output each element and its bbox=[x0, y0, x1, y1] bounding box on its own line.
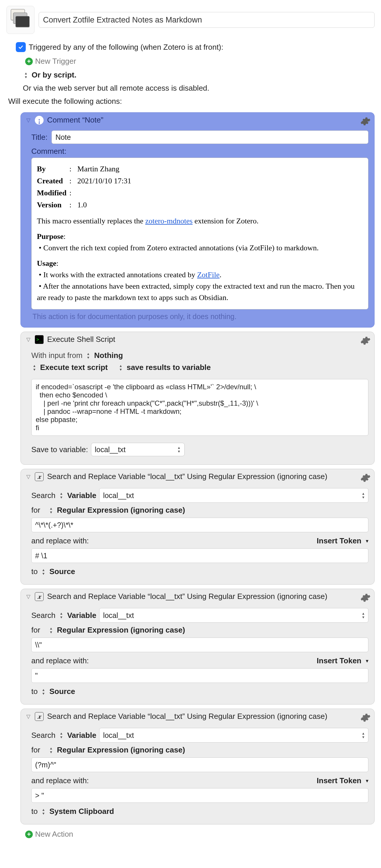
macro-group-icon bbox=[6, 6, 34, 34]
comment-icon: ¡ bbox=[35, 116, 43, 125]
add-trigger-button[interactable]: + New Trigger bbox=[6, 57, 375, 66]
gear-icon[interactable] bbox=[360, 592, 371, 605]
replace-pattern-input[interactable] bbox=[31, 788, 369, 803]
actions-heading: Will execute the following actions: bbox=[6, 95, 375, 108]
updown-chevron-icon[interactable] bbox=[118, 364, 124, 371]
disclosure-icon[interactable]: ▽ bbox=[26, 713, 31, 720]
disclosure-icon[interactable]: ▽ bbox=[26, 117, 31, 123]
replace-with-label: and replace with: bbox=[31, 776, 89, 785]
action-title: Execute Shell Script bbox=[47, 335, 115, 344]
replace-with-label: and replace with: bbox=[31, 536, 89, 546]
zotfile-link[interactable]: ZotFile bbox=[197, 271, 220, 279]
updown-chevron-icon[interactable] bbox=[41, 568, 47, 576]
action-search-replace[interactable]: ▽ 𝑥 Search and Replace Variable “local__… bbox=[21, 709, 375, 825]
action-search-replace[interactable]: ▽ 𝑥 Search and Replace Variable “local__… bbox=[21, 469, 375, 585]
add-action-button[interactable]: + New Action bbox=[21, 830, 375, 839]
plus-icon: + bbox=[25, 58, 33, 65]
updown-chevron-icon bbox=[176, 446, 182, 453]
gear-icon[interactable] bbox=[360, 116, 371, 129]
updown-chevron-icon[interactable] bbox=[58, 732, 64, 739]
replace-pattern-input[interactable] bbox=[31, 668, 369, 683]
with-input-label: With input from bbox=[31, 351, 83, 360]
gear-icon[interactable] bbox=[360, 473, 371, 485]
updown-chevron-icon[interactable] bbox=[360, 612, 366, 619]
variable-select[interactable]: local__txt bbox=[91, 443, 185, 456]
gear-icon[interactable] bbox=[360, 336, 371, 348]
variable-icon: 𝑥 bbox=[35, 472, 43, 481]
new-trigger-label: New Trigger bbox=[35, 57, 76, 66]
to-label: to bbox=[31, 687, 38, 696]
destination[interactable]: Source bbox=[50, 567, 75, 576]
terminal-icon: >_ bbox=[35, 335, 43, 344]
shell-option-exec[interactable]: Execute text script bbox=[40, 363, 108, 372]
updown-chevron-icon[interactable] bbox=[58, 492, 64, 499]
search-type[interactable]: Variable bbox=[67, 491, 96, 500]
search-label: Search bbox=[31, 611, 55, 620]
updown-chevron-icon[interactable] bbox=[58, 612, 64, 619]
action-shell-script[interactable]: ▽ >_ Execute Shell Script With input fro… bbox=[21, 332, 375, 465]
regex-type[interactable]: Regular Expression (ignoring case) bbox=[57, 745, 185, 754]
regex-type[interactable]: Regular Expression (ignoring case) bbox=[57, 625, 185, 634]
search-pattern-input[interactable] bbox=[31, 518, 369, 532]
updown-chevron-icon[interactable] bbox=[360, 732, 366, 739]
trigger-heading: Triggered by any of the following (when … bbox=[29, 43, 223, 52]
action-search-replace[interactable]: ▽ 𝑥 Search and Replace Variable “local__… bbox=[21, 589, 375, 705]
for-label: for bbox=[31, 745, 40, 754]
variable-name-input[interactable] bbox=[99, 728, 369, 743]
updown-chevron-icon[interactable] bbox=[41, 688, 47, 695]
updown-chevron-icon[interactable] bbox=[41, 808, 47, 815]
to-label: to bbox=[31, 567, 38, 576]
with-input-value[interactable]: Nothing bbox=[94, 351, 123, 360]
action-title: Comment “Note” bbox=[47, 116, 103, 125]
regex-type[interactable]: Regular Expression (ignoring case) bbox=[57, 506, 185, 515]
insert-token-button[interactable]: Insert Token ▾ bbox=[317, 776, 369, 785]
to-label: to bbox=[31, 807, 38, 816]
search-label: Search bbox=[31, 491, 55, 500]
updown-chevron-icon[interactable] bbox=[23, 71, 29, 79]
title-label: Title: bbox=[31, 133, 48, 142]
comment-title-input[interactable] bbox=[52, 130, 369, 144]
disclosure-icon[interactable]: ▽ bbox=[26, 473, 31, 480]
variable-name-input[interactable] bbox=[99, 608, 369, 623]
replace-with-label: and replace with: bbox=[31, 656, 89, 665]
plus-icon: + bbox=[25, 831, 33, 838]
updown-chevron-icon[interactable] bbox=[48, 506, 54, 514]
search-label: Search bbox=[31, 731, 55, 740]
updown-chevron-icon[interactable] bbox=[85, 352, 91, 360]
save-to-variable-label: Save to variable: bbox=[31, 445, 88, 454]
gear-icon[interactable] bbox=[360, 712, 371, 725]
action-title: Search and Replace Variable “local__txt”… bbox=[47, 712, 327, 721]
insert-token-button[interactable]: Insert Token ▾ bbox=[317, 536, 369, 546]
shell-script-text[interactable]: if encoded=`osascript -e 'the clipboard … bbox=[31, 379, 369, 436]
action-comment[interactable]: ▽ ¡ Comment “Note” Title: Comment: By:Ma… bbox=[21, 112, 375, 328]
disclosure-icon[interactable]: ▽ bbox=[26, 336, 31, 343]
disclosure-icon[interactable]: ▽ bbox=[26, 593, 31, 600]
search-pattern-input[interactable] bbox=[31, 757, 369, 772]
search-pattern-input[interactable] bbox=[31, 638, 369, 652]
action-footnote: This action is for documentation purpose… bbox=[31, 309, 369, 322]
shell-option-save[interactable]: save results to variable bbox=[127, 363, 211, 372]
or-by-script-label: Or by script. bbox=[32, 70, 77, 80]
updown-chevron-icon[interactable] bbox=[31, 364, 37, 371]
destination[interactable]: Source bbox=[50, 687, 75, 696]
replace-pattern-input[interactable] bbox=[31, 548, 369, 563]
variable-icon: 𝑥 bbox=[35, 592, 43, 601]
for-label: for bbox=[31, 506, 40, 515]
macro-name-input[interactable] bbox=[39, 12, 375, 28]
comment-body[interactable]: By:Martin Zhang Created:2021/10/10 17:31… bbox=[31, 158, 369, 309]
for-label: for bbox=[31, 625, 40, 634]
search-type[interactable]: Variable bbox=[67, 611, 96, 620]
destination[interactable]: System Clipboard bbox=[50, 807, 114, 816]
variable-name-input[interactable] bbox=[99, 488, 369, 503]
new-action-label: New Action bbox=[35, 830, 73, 839]
action-title: Search and Replace Variable “local__txt”… bbox=[47, 472, 327, 481]
search-type[interactable]: Variable bbox=[67, 731, 96, 740]
insert-token-button[interactable]: Insert Token ▾ bbox=[317, 656, 369, 665]
updown-chevron-icon[interactable] bbox=[360, 492, 366, 499]
variable-icon: 𝑥 bbox=[35, 712, 43, 721]
updown-chevron-icon[interactable] bbox=[48, 746, 54, 754]
remote-access-note: Or via the web server but all remote acc… bbox=[6, 82, 375, 95]
mdnotes-link[interactable]: zotero-mdnotes bbox=[145, 217, 193, 225]
updown-chevron-icon[interactable] bbox=[48, 626, 54, 634]
enabled-checkbox[interactable] bbox=[16, 42, 26, 52]
